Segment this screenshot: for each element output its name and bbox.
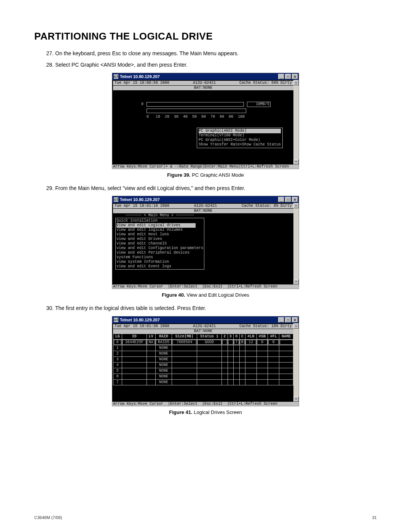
table-row[interactable]: 3NONE (113, 356, 293, 362)
table-cell (234, 368, 239, 374)
menu-item-event-logs[interactable]: view and edit Event logs (116, 264, 203, 269)
menu-item-drives[interactable]: view and edit Drives (116, 237, 203, 241)
table-cell (279, 362, 293, 368)
table-cell (279, 356, 293, 362)
step-27: 27.On the keyboard, press Esc to close a… (55, 49, 377, 58)
table-cell (239, 374, 245, 379)
table-cell (239, 362, 245, 368)
menu-item-channels[interactable]: view and edit channelS (116, 241, 203, 246)
table-cell (197, 362, 221, 368)
table-cell (234, 374, 239, 379)
scrollbar[interactable]: ▴ ▾ (293, 80, 299, 165)
menu-item-pc-graphic-ansi-color[interactable]: PC Graphic(ANSI+Color Mode) (199, 138, 281, 142)
table-row[interactable]: 03644E25FNARAID57866584GOOD7B1200 (113, 339, 293, 345)
cmd-icon: c:\ (114, 318, 118, 322)
table-cell (222, 345, 228, 351)
table-cell (245, 351, 256, 356)
figure-40-caption: Figure 40. View and Edit Logical Drives (34, 292, 377, 298)
menu-item-terminal-vt100[interactable]: Terminal(VT100 Mode) (199, 133, 281, 138)
page-title: PARTITIONING THE LOGICAL DRIVE (34, 30, 377, 42)
table-row[interactable]: 1NONE (113, 345, 293, 351)
minimize-button[interactable]: _ (278, 317, 284, 323)
menu-item-pc-graphic-ansi[interactable]: PC Graphic(ANSI Mode) (199, 129, 281, 133)
table-cell (256, 345, 268, 351)
transfer-gauge: 0 10MB/S 0 10 20 30 40 50 60 70 80 90 10… (136, 102, 271, 119)
status-header: Tue Apr 15 18:01:16 2008 A12U-G2421 Cach… (113, 204, 293, 208)
bat-status: BAT:NONE (113, 329, 293, 334)
table-cell (228, 339, 233, 345)
table-cell (279, 351, 293, 356)
table-cell (122, 362, 147, 368)
scroll-up-icon[interactable]: ▴ (293, 323, 299, 329)
table-row[interactable]: 7NONE (113, 379, 293, 385)
table-cell: NONE (155, 351, 172, 356)
scrollbar[interactable]: ▴ ▾ (293, 203, 299, 284)
footer-page-number: 31 (372, 515, 377, 520)
table-cell (172, 345, 197, 351)
menu-item-quick-install[interactable]: Quick installation (116, 219, 203, 223)
table-cell (147, 368, 155, 374)
table-cell: NONE (155, 368, 172, 374)
menu-item-show-transfer-cache[interactable]: Show Transfer Rate+Show Cache Status (199, 142, 281, 147)
scroll-down-icon[interactable]: ▾ (293, 159, 299, 165)
status-header: Tue Apr 15 18:00:56 2008 A12U-G2421 Cach… (113, 81, 293, 85)
window-titlebar[interactable]: c:\ Telnet 10.80.129.207 _ □ × (112, 196, 299, 203)
table-cell: 0 (113, 339, 122, 345)
window-titlebar[interactable]: c:\ Telnet 10.80.129.207 _ □ × (112, 73, 299, 80)
maximize-button[interactable]: □ (285, 197, 291, 202)
table-cell (197, 345, 221, 351)
table-cell (197, 368, 221, 374)
status-header: Tue Apr 15 18:01:36 2008 A12U-G2421 Cach… (113, 324, 293, 329)
main-menu[interactable]: ─────── < Main Menu > ──────── Quick ins… (115, 213, 204, 270)
table-row[interactable]: 5NONE (113, 368, 293, 374)
table-cell (234, 362, 239, 368)
table-row[interactable]: 6NONE (113, 374, 293, 379)
table-cell (239, 345, 245, 351)
minimize-button[interactable]: _ (278, 74, 284, 79)
maximize-button[interactable]: □ (285, 74, 291, 79)
mode-menu[interactable]: PC Graphic(ANSI Mode) Terminal(VT100 Mod… (197, 128, 283, 148)
scroll-down-icon[interactable]: ▾ (293, 396, 299, 402)
menu-item-system-functions[interactable]: system Functions (116, 255, 203, 260)
table-cell: 7 (113, 379, 122, 385)
table-cell (234, 351, 239, 356)
cmd-icon: c:\ (114, 197, 118, 202)
menu-item-config-params[interactable]: view and edit Configuration parameters (116, 246, 203, 251)
table-header-cell: Size(MB) (172, 334, 197, 339)
close-button[interactable]: × (292, 317, 298, 323)
close-button[interactable]: × (292, 74, 298, 79)
table-cell (245, 345, 256, 351)
maximize-button[interactable]: □ (285, 317, 291, 323)
table-cell: B (239, 339, 245, 345)
table-cell (228, 368, 233, 374)
menu-item-logical-drives[interactable]: view and edit Logical drives (116, 223, 196, 228)
table-row[interactable]: 2NONE (113, 351, 293, 356)
table-cell (268, 368, 279, 374)
table-header-cell: #FL (268, 334, 279, 339)
scroll-up-icon[interactable]: ▴ (293, 203, 299, 208)
table-cell (197, 351, 221, 356)
menu-item-logical-volumes[interactable]: view and edit logical Volumes (116, 228, 203, 232)
scroll-down-icon[interactable]: ▾ (293, 279, 299, 284)
table-cell: NONE (155, 356, 172, 362)
table-cell: 7866584 (172, 339, 197, 345)
table-cell: 12 (245, 339, 256, 345)
scroll-up-icon[interactable]: ▴ (293, 80, 299, 85)
table-header-cell: #LN (245, 334, 256, 339)
page-footer: C3648M (7/08) 31 (34, 515, 377, 520)
table-row[interactable]: 4NONE (113, 362, 293, 368)
table-cell (147, 345, 155, 351)
scrollbar[interactable]: ▴ ▾ (293, 323, 299, 402)
table-header-cell: NAME (279, 334, 293, 339)
menu-item-host-luns[interactable]: view and edit Host luns (116, 232, 203, 237)
menu-item-system-info[interactable]: view system Information (116, 260, 203, 264)
table-cell (268, 362, 279, 368)
logical-drives-table[interactable]: LGIDLVRAIDSize(MB)Status 123OC#LN#SB#FLN… (113, 334, 293, 385)
table-cell (228, 356, 233, 362)
table-cell: NA (147, 339, 155, 345)
minimize-button[interactable]: _ (278, 197, 284, 202)
menu-item-peripheral[interactable]: view and edit Peripheral devices (116, 251, 203, 255)
close-button[interactable]: × (292, 197, 298, 202)
window-titlebar[interactable]: c:\ Telnet 10.80.129.207 _ □ × (112, 316, 299, 323)
table-cell (239, 351, 245, 356)
